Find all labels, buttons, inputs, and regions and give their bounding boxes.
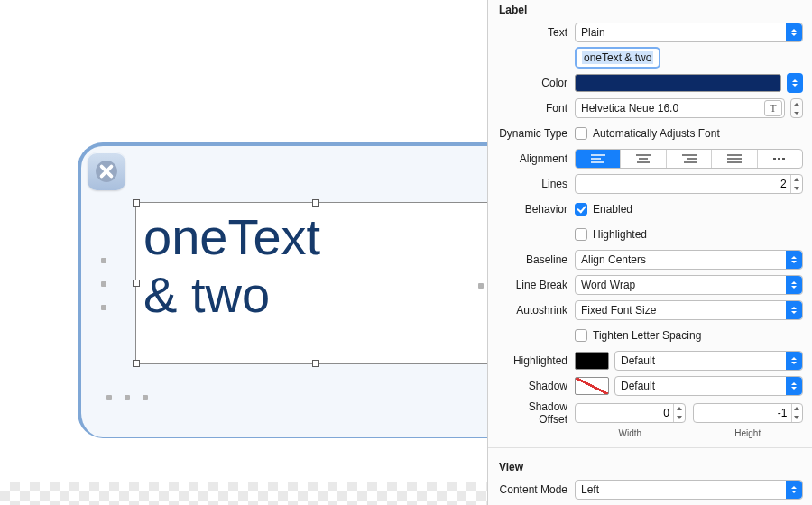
close-button[interactable]: [88, 152, 125, 190]
section-divider: [488, 447, 812, 448]
chevron-updown-icon: [786, 301, 802, 319]
chevron-updown-icon: [786, 377, 802, 395]
behavior-enabled-checkbox[interactable]: [575, 203, 587, 216]
guide-dot: [101, 258, 106, 263]
guide-dot: [106, 395, 112, 400]
checkbox-label: Highlighted: [593, 228, 647, 241]
text-color-well[interactable]: [575, 74, 781, 92]
field-label: Baseline: [497, 253, 575, 266]
select-value: Align Centers: [581, 253, 646, 266]
lines-input[interactable]: [581, 177, 790, 191]
field-label: Line Break: [497, 279, 575, 291]
align-natural-button[interactable]: [758, 150, 802, 168]
behavior-highlighted-checkbox[interactable]: [575, 228, 587, 241]
font-size-stepper[interactable]: [790, 98, 803, 118]
resize-handle[interactable]: [312, 199, 319, 207]
tighten-letter-spacing-checkbox[interactable]: [575, 329, 587, 342]
baseline-select[interactable]: Align Centers: [575, 250, 803, 270]
select-value: Fixed Font Size: [581, 304, 656, 317]
alignment-segmented[interactable]: [575, 149, 803, 169]
chevron-updown-icon: [786, 352, 802, 370]
select-value: Default: [621, 354, 655, 367]
guide-dot: [143, 395, 148, 400]
lines-stepper[interactable]: [790, 175, 802, 193]
chevron-updown-icon: [786, 276, 802, 294]
highlighted-color-swatch[interactable]: [575, 352, 609, 370]
highlighted-color-select[interactable]: Default: [614, 351, 803, 371]
align-natural-icon: [771, 153, 788, 164]
auto-adjusts-font-checkbox[interactable]: [575, 127, 587, 140]
guide-dot: [101, 281, 106, 287]
resize-handle[interactable]: [133, 280, 140, 287]
shadow-offset-width-field[interactable]: [575, 403, 686, 423]
shadow-height-input[interactable]: [699, 406, 791, 420]
align-justify-icon: [726, 153, 743, 164]
linebreak-select[interactable]: Word Wrap: [575, 275, 803, 295]
align-right-button[interactable]: [667, 150, 712, 168]
font-field[interactable]: Helvetica Neue 16.0 T: [575, 98, 785, 118]
device-frame: oneText & two: [78, 142, 502, 438]
lines-field[interactable]: [575, 174, 803, 194]
autoshrink-select[interactable]: Fixed Font Size: [575, 300, 803, 320]
align-left-button[interactable]: [576, 150, 621, 168]
content-mode-select[interactable]: Left: [575, 480, 803, 500]
shadow-width-input[interactable]: [581, 406, 673, 420]
align-center-button[interactable]: [621, 150, 666, 168]
resize-handle[interactable]: [312, 360, 319, 367]
guide-dot: [125, 395, 130, 400]
field-label: Font: [497, 102, 575, 115]
text-value: oneText & two: [582, 51, 653, 64]
field-label: Text: [497, 26, 575, 39]
selected-uilabel[interactable]: oneText & two: [135, 202, 496, 364]
stepper[interactable]: [673, 404, 685, 422]
field-label: Color: [497, 77, 575, 89]
select-value: Left: [581, 483, 599, 496]
field-label: Content Mode: [497, 483, 575, 496]
transparency-checker: [0, 482, 487, 505]
section-header-view: View: [497, 457, 803, 479]
chevron-updown-icon: [786, 23, 802, 41]
font-picker-icon[interactable]: T: [764, 100, 782, 116]
field-label: Behavior: [497, 203, 575, 216]
color-popup-button[interactable]: [787, 73, 803, 93]
attributes-inspector: Label Text Plain oneText & two Color Fon…: [487, 0, 812, 505]
shadow-offset-height-field[interactable]: [693, 403, 804, 423]
stepper-up-icon[interactable]: [791, 99, 802, 108]
chevron-updown-icon: [786, 481, 802, 499]
field-label: Autoshrink: [497, 304, 575, 317]
section-header-label: Label: [497, 0, 803, 22]
field-label: Highlighted: [497, 354, 575, 367]
checkbox-label: Enabled: [593, 203, 632, 216]
align-left-icon: [590, 153, 606, 164]
shadow-color-swatch[interactable]: [575, 377, 609, 395]
align-justify-button[interactable]: [712, 150, 757, 168]
resize-handle[interactable]: [133, 199, 140, 207]
guide-dot: [101, 305, 106, 310]
resize-handle[interactable]: [133, 360, 140, 367]
align-right-icon: [681, 153, 697, 164]
checkbox-label: Automatically Adjusts Font: [593, 127, 720, 140]
checkbox-label: Tighten Letter Spacing: [593, 329, 701, 342]
field-label: Shadow: [497, 380, 575, 392]
select-value: Default: [621, 380, 655, 392]
interface-builder-canvas[interactable]: oneText & two: [0, 0, 487, 505]
sublabel: Height: [693, 428, 804, 438]
sublabel: Width: [575, 428, 686, 438]
chevron-updown-icon: [786, 251, 802, 269]
field-label: Lines: [497, 178, 575, 190]
font-value: Helvetica Neue 16.0: [581, 102, 678, 115]
stepper-down-icon[interactable]: [791, 108, 802, 117]
select-value: Plain: [581, 26, 605, 39]
text-style-select[interactable]: Plain: [575, 23, 803, 42]
field-label: Shadow Offset: [497, 400, 575, 426]
label-text-field[interactable]: oneText & two: [575, 47, 660, 69]
stepper[interactable]: [791, 404, 803, 422]
close-icon: [95, 160, 118, 183]
select-value: Word Wrap: [581, 279, 635, 291]
align-center-icon: [635, 153, 651, 164]
uilabel-text: oneText & two: [136, 203, 495, 325]
field-label: Dynamic Type: [497, 127, 575, 140]
guide-dot: [478, 283, 484, 289]
shadow-color-select[interactable]: Default: [614, 376, 803, 396]
field-label: Alignment: [497, 152, 575, 165]
